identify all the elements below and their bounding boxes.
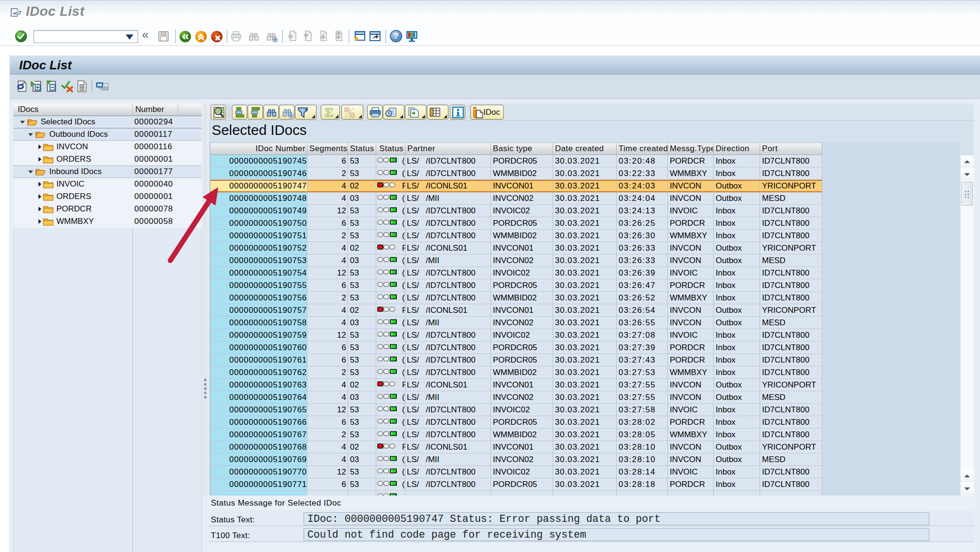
svg-text:?: ?: [394, 32, 399, 40]
